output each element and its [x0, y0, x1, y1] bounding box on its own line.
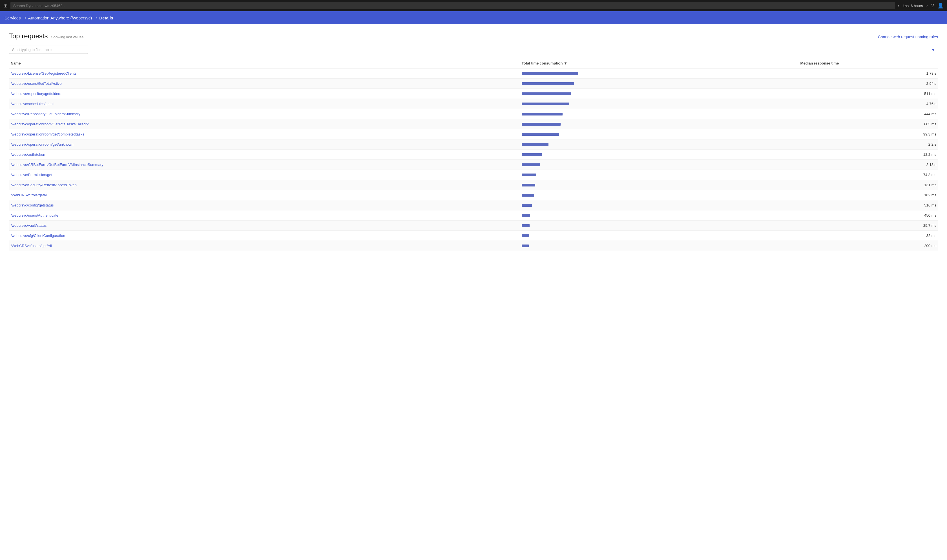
time-range-label[interactable]: Last 6 hours — [903, 4, 923, 8]
request-name-link[interactable]: /WebCRSvc/role/getall — [11, 193, 48, 197]
requests-table: Name Total time consumption ▼ Median res… — [9, 59, 938, 251]
table-row: /webcrsvc/License/GetRegisteredClients1.… — [9, 68, 938, 78]
request-median-cell: 74.3 ms — [799, 170, 938, 180]
filter-container: ▼ — [9, 46, 938, 54]
filter-input[interactable] — [9, 46, 88, 54]
global-search-input[interactable] — [11, 2, 895, 9]
bar-container — [522, 194, 797, 197]
time-bar — [522, 234, 529, 237]
time-bar — [522, 214, 530, 217]
time-prev-arrow[interactable]: ‹ — [898, 3, 899, 8]
request-name-link[interactable]: /webcrsvc/auth/token — [11, 152, 45, 157]
request-median-cell: 2.18 s — [799, 160, 938, 170]
request-name-link[interactable]: /webcrsvc/users/GetTotalActive — [11, 82, 62, 86]
breadcrumb-details[interactable]: Details — [98, 15, 116, 20]
request-name-link[interactable]: /webcrsvc/operationroom/get/unknown — [11, 142, 74, 146]
request-name-link[interactable]: /webcrsvc/repository/getfolders — [11, 92, 61, 96]
request-median-cell: 99.3 ms — [799, 129, 938, 140]
table-row: /webcrsvc/cfg/ClientConfiguration32 ms — [9, 231, 938, 241]
request-name-link[interactable]: /webcrsvc/Security/RefreshAccessToken — [11, 183, 77, 187]
request-median-cell: 1.78 s — [799, 68, 938, 78]
breadcrumb-sep-1: › — [25, 15, 26, 21]
request-name-link[interactable]: /webcrsvc/CRBotFarm/GetBotFarmVMInstance… — [11, 163, 103, 167]
request-bar-cell — [520, 78, 799, 89]
time-bar — [522, 133, 559, 136]
request-name-link[interactable]: /webcrsvc/users/Authenticate — [11, 213, 59, 217]
request-bar-cell — [520, 68, 799, 78]
request-name-cell: /webcrsvc/schedules/getall — [9, 99, 520, 109]
bar-container — [522, 92, 797, 95]
time-bar — [522, 113, 562, 115]
bar-container — [522, 72, 797, 75]
request-name-cell: /webcrsvc/Permission/get — [9, 170, 520, 180]
request-name-link[interactable]: /WebCRSvc/users/get/All — [11, 244, 52, 248]
request-median-cell: 4.76 s — [799, 99, 938, 109]
change-naming-rules-link[interactable]: Change web request naming rules — [878, 35, 938, 39]
request-median-cell: 25.7 ms — [799, 220, 938, 231]
request-name-link[interactable]: /webcrsvc/Repository/GetFoldersSummary — [11, 112, 80, 116]
help-icon[interactable]: ? — [931, 3, 934, 9]
breadcrumb-automation[interactable]: Automation Anywhere (/webcrsvc) — [27, 15, 95, 20]
request-name-link[interactable]: /webcrsvc/operationroom/get/completedtas… — [11, 132, 84, 136]
nav-right-area: ‹ Last 6 hours › ? 👤 — [898, 3, 944, 9]
request-name-link[interactable]: /webcrsvc/Permission/get — [11, 173, 52, 177]
top-navbar: ⊞ ‹ Last 6 hours › ? 👤 — [0, 0, 947, 11]
table-row: /webcrsvc/users/Authenticate450 ms — [9, 211, 938, 220]
page-header: Top requests Showing last values Change … — [9, 32, 938, 40]
time-bar — [522, 194, 534, 197]
request-name-cell: /webcrsvc/auth/token — [9, 149, 520, 160]
page-subtitle: Showing last values — [51, 35, 83, 39]
time-bar — [522, 153, 542, 156]
request-name-link[interactable]: /webcrsvc/License/GetRegisteredClients — [11, 71, 76, 75]
table-row: /webcrsvc/CRBotFarm/GetBotFarmVMInstance… — [9, 160, 938, 170]
main-content: Top requests Showing last values Change … — [0, 24, 947, 560]
request-bar-cell — [520, 160, 799, 170]
bar-container — [522, 103, 797, 105]
request-bar-cell — [520, 99, 799, 109]
time-bar — [522, 123, 561, 126]
request-bar-cell — [520, 190, 799, 200]
request-name-link[interactable]: /webcrsvc/schedules/getall — [11, 102, 54, 106]
request-name-link[interactable]: /webcrsvc/config/getstatus — [11, 203, 54, 207]
request-name-cell: /webcrsvc/Repository/GetFoldersSummary — [9, 109, 520, 119]
request-median-cell: 605 ms — [799, 119, 938, 129]
breadcrumb-services[interactable]: Services — [5, 15, 24, 20]
col-header-median[interactable]: Median response time — [799, 59, 938, 68]
time-next-arrow[interactable]: › — [926, 3, 928, 8]
table-row: /webcrsvc/users/GetTotalActive2.94 s — [9, 78, 938, 89]
request-median-cell: 131 ms — [799, 180, 938, 190]
col-header-total-time[interactable]: Total time consumption ▼ — [520, 59, 799, 68]
bar-container — [522, 82, 797, 85]
filter-icon: ▼ — [931, 48, 935, 52]
request-name-cell: /webcrsvc/operationroom/get/completedtas… — [9, 129, 520, 140]
request-median-cell: 2.94 s — [799, 78, 938, 89]
request-median-cell: 2.2 s — [799, 140, 938, 149]
table-row: /webcrsvc/auth/token12.2 ms — [9, 149, 938, 160]
request-bar-cell — [520, 129, 799, 140]
request-name-cell: /webcrsvc/repository/getfolders — [9, 89, 520, 99]
request-name-link[interactable]: /webcrsvc/vault/status — [11, 223, 46, 228]
grid-icon[interactable]: ⊞ — [3, 3, 8, 9]
request-median-cell: 32 ms — [799, 231, 938, 241]
request-name-link[interactable]: /webcrsvc/operationroom/GetTotalTasksFai… — [11, 122, 89, 126]
time-bar — [522, 184, 535, 186]
time-bar — [522, 82, 574, 85]
table-row: /webcrsvc/repository/getfolders511 ms — [9, 89, 938, 99]
table-row: /webcrsvc/Repository/GetFoldersSummary44… — [9, 109, 938, 119]
request-name-link[interactable]: /webcrsvc/cfg/ClientConfiguration — [11, 234, 65, 238]
request-name-cell: /webcrsvc/CRBotFarm/GetBotFarmVMInstance… — [9, 160, 520, 170]
user-icon[interactable]: 👤 — [938, 3, 944, 9]
table-row: /WebCRSvc/role/getall182 ms — [9, 190, 938, 200]
time-bar — [522, 224, 530, 227]
request-median-cell: 12.2 ms — [799, 149, 938, 160]
bar-container — [522, 224, 797, 227]
bar-container — [522, 184, 797, 186]
col-header-name[interactable]: Name — [9, 59, 520, 68]
request-median-cell: 182 ms — [799, 190, 938, 200]
request-median-cell: 200 ms — [799, 241, 938, 251]
table-row: /webcrsvc/operationroom/GetTotalTasksFai… — [9, 119, 938, 129]
request-bar-cell — [520, 220, 799, 231]
request-bar-cell — [520, 140, 799, 149]
request-median-cell: 511 ms — [799, 89, 938, 99]
bar-container — [522, 113, 797, 115]
